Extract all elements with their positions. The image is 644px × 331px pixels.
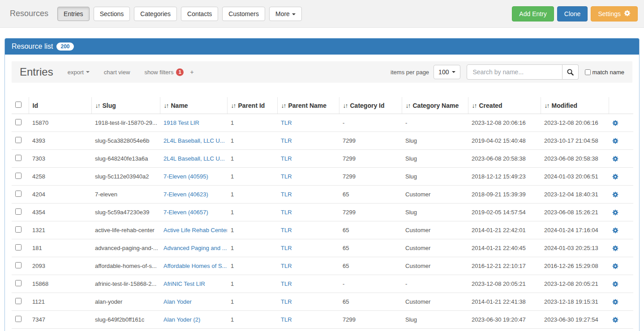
add-filter-button[interactable]: + [190,68,193,76]
parent-name-link[interactable]: TLR [281,119,292,126]
column-header-category-id[interactable]: ↓↑Category Id [339,97,402,114]
row-checkbox[interactable] [15,262,21,268]
cell-created: 2023-06-30 19:20:47 [468,311,541,329]
column-header-name[interactable]: ↓↑Name [160,97,227,114]
cell-modified: 2023-06-08 20:58:38 [541,150,609,168]
column-header-modified[interactable]: ↓↑Modified [541,97,609,114]
parent-name-link[interactable]: TLR [281,263,292,269]
parent-name-link[interactable]: TLR [281,209,292,216]
name-link[interactable]: Advanced Paging and ... [163,245,227,251]
cell-name: 2L4L Baseball, LLC U... [160,150,227,168]
export-dropdown[interactable]: export [68,69,90,76]
row-settings-button[interactable] [612,299,618,305]
column-label: Category Id [350,102,385,109]
row-settings-button[interactable] [612,191,618,198]
match-name-checkbox[interactable] [585,69,591,75]
name-link[interactable]: 7-Eleven (40595) [163,173,208,180]
row-settings-button[interactable] [612,281,618,287]
row-checkbox[interactable] [15,280,21,286]
row-settings-button[interactable] [612,227,618,233]
parent-name-link[interactable]: TLR [281,191,292,198]
name-link[interactable]: 7-Eleven (40623) [163,191,208,198]
cell-name: Active Life Rehab Center [160,221,227,239]
parent-name-link[interactable]: TLR [281,316,292,323]
row-checkbox[interactable] [15,298,21,304]
name-link[interactable]: 7-Eleven (40657) [163,209,208,216]
top-navbar: Resources EntriesSectionsCategoriesConta… [0,0,644,28]
page-title: Resources [10,9,48,18]
nav-button-more[interactable]: More [269,7,302,21]
column-header-parent-name[interactable]: ↓↑Parent Name [277,97,339,114]
row-settings-button[interactable] [612,317,618,323]
parent-name-link[interactable]: TLR [281,227,292,233]
cell-parent-name: TLR [277,275,339,293]
row-settings-button[interactable] [612,245,618,251]
cell-slug: slug-5c112e03940a2 [91,168,160,186]
column-header-category-name[interactable]: ↓↑Category Name [402,97,468,114]
cell-id: 7347 [29,311,91,329]
parent-name-link[interactable]: TLR [281,173,292,180]
row-select-cell [12,239,29,257]
nav-button-categories[interactable]: Categories [134,7,177,21]
column-header-created[interactable]: ↓↑Created [468,97,541,114]
add-entry-button[interactable]: Add Entry [512,6,554,21]
row-settings-button[interactable] [612,174,618,180]
toolbar-right: items per page 100 match [391,64,624,80]
cell-name: Alan Yoder [160,293,227,311]
row-actions-cell [609,186,633,204]
sort-icon: ↓↑ [406,102,410,109]
name-link[interactable]: Affordable Homes of S... [163,263,227,269]
name-link[interactable]: AfriNIC Test LIR [163,280,205,287]
search-input[interactable] [467,64,562,80]
name-link[interactable]: Alan Yoder [163,298,192,305]
row-checkbox[interactable] [15,316,21,322]
chart-view-link[interactable]: chart view [104,69,130,76]
row-checkbox[interactable] [15,155,21,161]
cell-created: 2014-01-21 22:41:38 [468,293,541,311]
column-label: Parent Id [238,102,265,109]
row-checkbox[interactable] [15,137,21,143]
name-link[interactable]: Active Life Rehab Center [163,227,227,233]
name-link[interactable]: 1918 Test LIR [163,119,199,126]
cell-modified: 2023-12-08 20:06:16 [541,114,609,132]
name-link[interactable]: 2L4L Baseball, LLC U... [163,155,225,162]
column-label: Category Name [413,102,459,109]
parent-name-link[interactable]: TLR [281,137,292,144]
row-checkbox[interactable] [15,119,21,125]
row-checkbox[interactable] [15,191,21,197]
parent-name-link[interactable]: TLR [281,298,292,305]
cell-modified: 2023-06-30 19:27:54 [541,311,609,329]
select-all-checkbox[interactable] [15,102,21,108]
parent-name-link[interactable]: TLR [281,245,292,251]
row-checkbox[interactable] [15,208,21,215]
name-link[interactable]: Alan Yoder (2) [163,316,200,323]
row-checkbox[interactable] [15,226,21,233]
search-button[interactable] [562,64,579,80]
nav-button-contacts[interactable]: Contacts [181,7,218,21]
parent-name-link[interactable]: TLR [281,280,292,287]
row-settings-button[interactable] [612,156,618,162]
row-settings-button[interactable] [612,120,618,126]
cell-id: 1121 [29,293,91,311]
table-row: 4393slug-5ca3828054e6b2L4L Baseball, LLC… [12,132,633,150]
nav-button-customers[interactable]: Customers [222,7,265,21]
parent-name-link[interactable]: TLR [281,155,292,162]
show-filters-link[interactable]: show filters 1 [144,68,184,76]
items-per-page-select[interactable]: 100 [434,65,460,79]
column-header-actions [609,97,633,114]
settings-button[interactable]: Settings [591,6,638,21]
settings-label: Settings [598,10,621,17]
name-link[interactable]: 2L4L Baseball, LLC U... [163,137,225,144]
cell-category-name: Slug [402,168,468,186]
nav-button-entries[interactable]: Entries [57,7,90,21]
cell-parent-name: TLR [277,114,339,132]
column-header-parent-id[interactable]: ↓↑Parent Id [227,97,277,114]
nav-button-sections[interactable]: Sections [94,7,130,21]
row-settings-button[interactable] [612,263,618,269]
clone-button[interactable]: Clone [557,6,588,21]
row-settings-button[interactable] [612,209,618,216]
row-checkbox[interactable] [15,173,21,179]
column-header-slug[interactable]: ↓↑Slug [91,97,160,114]
row-settings-button[interactable] [612,138,618,144]
row-checkbox[interactable] [15,244,21,250]
